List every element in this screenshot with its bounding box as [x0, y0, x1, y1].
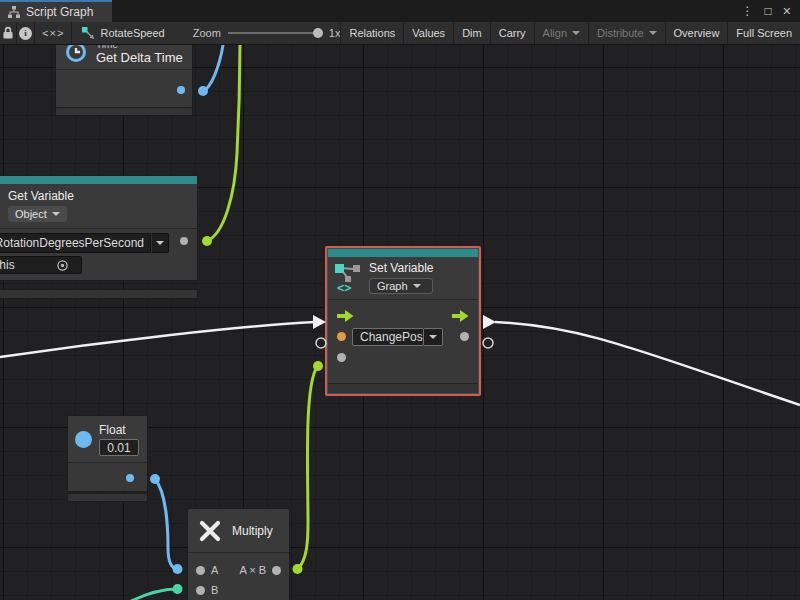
- overview-button[interactable]: Overview: [665, 22, 728, 44]
- variable-name-dropdown[interactable]: ChangePos: [352, 328, 424, 346]
- node-set-variable-selected[interactable]: <> Set Variable Graph ChangePos: [325, 246, 481, 396]
- dropdown-arrow-icon: [52, 212, 60, 216]
- wire-end-dot: [150, 474, 160, 484]
- value-in-port[interactable]: [337, 353, 346, 362]
- dropdown-arrow-icon: [649, 31, 657, 35]
- port-label: A × B: [239, 564, 266, 576]
- tab-bar: Script Graph ⋮ □ ×: [0, 0, 800, 22]
- input-a-port[interactable]: [196, 566, 205, 575]
- node-title: Get Delta Time: [96, 50, 183, 65]
- variable-accent-bar: [328, 249, 478, 257]
- port-row-b: B: [196, 580, 281, 600]
- multiply-icon: [197, 518, 223, 544]
- close-icon[interactable]: ×: [783, 4, 791, 18]
- svg-text:<>: <>: [337, 281, 351, 293]
- input-b-port[interactable]: [196, 586, 205, 595]
- node-footer: [0, 289, 198, 299]
- dropdown-arrow-icon: [413, 284, 421, 288]
- wire-end-dot: [293, 564, 303, 574]
- graph-reference[interactable]: RotateSpeed: [82, 22, 164, 44]
- wire-flow-out[interactable]: [495, 322, 800, 405]
- wire-end-dot: [173, 584, 183, 594]
- wire-delta-time[interactable]: [203, 45, 224, 91]
- node-get-variable[interactable]: Get Variable Object RotationDegreesPerSe…: [0, 175, 198, 281]
- zoom-slider-handle[interactable]: [313, 28, 323, 38]
- toolbar-buttons: Relations Values Dim Carry Align Distrib…: [340, 22, 800, 44]
- lock-button[interactable]: [0, 22, 17, 44]
- float-value-input[interactable]: 0.01: [99, 439, 139, 456]
- window-menu-icon[interactable]: ⋮: [742, 5, 754, 17]
- align-button[interactable]: Align: [534, 22, 588, 44]
- value-out-port[interactable]: [460, 332, 469, 341]
- lock-icon: [2, 26, 14, 40]
- tab-label: Script Graph: [26, 5, 93, 19]
- node-title: Multiply: [232, 524, 273, 538]
- graph-name-label: RotateSpeed: [100, 27, 164, 39]
- wire-to-multiply-b[interactable]: [131, 589, 177, 600]
- wire-float-to-multiply[interactable]: [155, 479, 177, 569]
- zoom-label: Zoom: [193, 27, 221, 39]
- value-in-port[interactable]: [337, 332, 346, 341]
- flow-out-arrowhead: [483, 315, 496, 329]
- script-graph-icon: [82, 27, 95, 40]
- dropdown-arrow-icon: [572, 31, 580, 35]
- flow-port-row: [328, 305, 478, 326]
- info-icon: i: [19, 27, 32, 40]
- graph-canvas[interactable]: Time Get Delta Time Get Variable Object …: [0, 45, 800, 600]
- maximize-icon[interactable]: □: [765, 5, 772, 17]
- object-picker-icon[interactable]: [56, 259, 69, 272]
- code-icon: <×>: [42, 27, 64, 39]
- node-footer: [67, 493, 148, 502]
- port-label: B: [211, 584, 218, 596]
- node-footer: [55, 107, 193, 116]
- node-title: Float: [99, 423, 126, 437]
- variable-name-field[interactable]: RotationDegreesPerSecond: [0, 233, 151, 253]
- values-button[interactable]: Values: [403, 22, 453, 44]
- output-port[interactable]: [272, 566, 281, 575]
- fullscreen-button[interactable]: Full Screen: [727, 22, 800, 44]
- unconnected-port-circle[interactable]: [483, 338, 493, 348]
- zoom-slider[interactable]: [228, 32, 322, 34]
- zoom-value: 1x: [329, 27, 341, 39]
- wire-end-dot: [173, 564, 183, 574]
- graph-toolbar: i <×> RotateSpeed Zoom 1x Relations Valu…: [0, 22, 800, 45]
- inspect-button[interactable]: i: [17, 22, 35, 44]
- wire-flow-in[interactable]: [0, 322, 315, 357]
- wire-end-dot: [202, 236, 212, 246]
- variable-scope-dropdown[interactable]: Object: [8, 206, 67, 222]
- variable-accent-bar: [0, 176, 197, 184]
- target-field[interactable]: This: [0, 256, 82, 274]
- node-title: Get Variable: [8, 189, 74, 203]
- code-preview-button[interactable]: <×>: [35, 22, 72, 44]
- node-multiply[interactable]: Multiply A A × B B: [187, 508, 290, 600]
- float-icon: [75, 431, 92, 448]
- port-label: A: [211, 564, 218, 576]
- wire-get-variable[interactable]: [207, 45, 240, 241]
- node-get-delta-time[interactable]: Time Get Delta Time: [55, 45, 193, 108]
- variable-scope-dropdown[interactable]: Graph: [369, 278, 433, 294]
- graph-icon: [8, 6, 20, 18]
- tab-script-graph[interactable]: Script Graph: [0, 0, 112, 22]
- port-row-a: A A × B: [196, 560, 281, 580]
- wire-multiply-to-set-variable[interactable]: [298, 367, 317, 569]
- variable-name-dropdown-button[interactable]: [424, 328, 443, 346]
- carry-button[interactable]: Carry: [490, 22, 534, 44]
- node-footer: [328, 383, 478, 393]
- variable-name-dropdown-button[interactable]: [151, 233, 169, 253]
- wire-end-dot: [313, 361, 323, 371]
- node-title: Set Variable: [369, 261, 433, 275]
- zoom-control: Zoom 1x: [193, 22, 341, 44]
- clock-icon: [64, 45, 88, 64]
- relations-button[interactable]: Relations: [340, 22, 403, 44]
- dim-button[interactable]: Dim: [453, 22, 490, 44]
- distribute-button[interactable]: Distribute: [588, 22, 664, 44]
- set-variable-icon: <>: [334, 263, 362, 293]
- node-float[interactable]: Float 0.01: [67, 415, 148, 492]
- wire-end-dot: [198, 86, 208, 96]
- flow-in-port[interactable]: [337, 310, 354, 322]
- flow-out-port[interactable]: [452, 310, 469, 322]
